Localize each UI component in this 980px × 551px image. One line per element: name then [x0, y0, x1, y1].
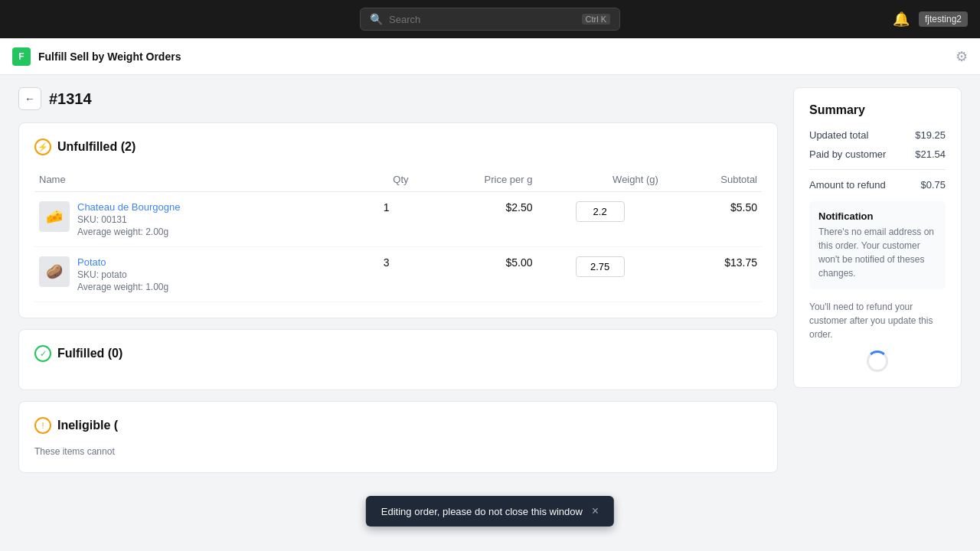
- notification-box: Notification There's no email address on…: [809, 201, 946, 289]
- unfulfilled-table: Name Qty Price per g Weight (g) Subtotal…: [34, 168, 762, 302]
- updated-total-row: Updated total $19.25: [809, 129, 946, 141]
- weight-input-1[interactable]: [576, 256, 625, 277]
- ineligible-header: ! Ineligible (: [34, 417, 762, 434]
- table-row: 🥔 Potato SKU: potato Average weight: 1.0…: [34, 247, 762, 302]
- price-cell-0: $2.50: [413, 192, 537, 247]
- subtotal-cell-1: $13.75: [663, 247, 762, 302]
- price-cell-1: $5.00: [413, 247, 537, 302]
- updated-total-value: $19.25: [915, 129, 946, 141]
- unfulfilled-title: Unfulfilled (2): [57, 140, 136, 154]
- app-icon: F: [12, 47, 31, 66]
- bell-icon[interactable]: 🔔: [893, 11, 910, 28]
- product-info-1: Potato SKU: potato Average weight: 1.00g: [77, 256, 168, 292]
- summary-title: Summary: [809, 103, 946, 117]
- product-cell-0: 🧀 Chateau de Bourgogne SKU: 00131 Averag…: [34, 192, 360, 247]
- search-bar[interactable]: 🔍 Ctrl K: [360, 8, 620, 31]
- unfulfilled-header: ⚡ Unfulfilled (2): [34, 139, 762, 155]
- refund-value: $0.75: [920, 179, 946, 191]
- product-thumb-1: 🥔: [39, 256, 70, 287]
- summary-card: Summary Updated total $19.25 Paid by cus…: [793, 87, 962, 388]
- weight-cell-1: [537, 247, 662, 302]
- product-sku-0: SKU: 00131: [77, 214, 180, 225]
- product-cell-1: 🥔 Potato SKU: potato Average weight: 1.0…: [34, 247, 360, 302]
- subtotal-cell-0: $5.50: [663, 192, 762, 247]
- paid-value: $21.54: [915, 148, 946, 160]
- loading-spinner: [867, 350, 888, 372]
- fulfilled-section: ✓ Fulfilled (0): [18, 329, 778, 390]
- qty-cell-0: 1: [360, 192, 413, 247]
- product-thumb-0: 🧀: [39, 201, 70, 232]
- paid-label: Paid by customer: [809, 148, 886, 160]
- table-row: 🧀 Chateau de Bourgogne SKU: 00131 Averag…: [34, 192, 762, 247]
- refund-note: You'll need to refund your customer afte…: [809, 300, 946, 341]
- col-name: Name: [34, 168, 360, 192]
- fulfilled-header: ✓ Fulfilled (0): [34, 345, 762, 362]
- product-info-0: Chateau de Bourgogne SKU: 00131 Average …: [77, 201, 180, 237]
- unfulfilled-icon: ⚡: [34, 139, 51, 155]
- refund-label: Amount to refund: [809, 179, 886, 191]
- ineligible-note: These items cannot: [34, 446, 762, 457]
- product-sku-1: SKU: potato: [77, 269, 168, 280]
- order-number: #1314: [49, 90, 92, 108]
- weight-cell-0: [537, 192, 662, 247]
- weight-input-0[interactable]: [576, 201, 625, 222]
- qty-cell-1: 3: [360, 247, 413, 302]
- ineligible-icon: !: [34, 417, 51, 434]
- product-avg-1: Average weight: 1.00g: [77, 282, 168, 292]
- col-price: Price per g: [413, 168, 537, 192]
- nav-right: 🔔 fjtesting2: [893, 11, 968, 28]
- search-icon: 🔍: [370, 13, 383, 25]
- user-badge[interactable]: fjtesting2: [919, 11, 968, 27]
- spinner-container: [809, 350, 946, 372]
- updated-total-label: Updated total: [809, 129, 868, 141]
- main-content: ← #1314 ⚡ Unfulfilled (2) Name Qty Price…: [0, 75, 980, 496]
- product-avg-0: Average weight: 2.00g: [77, 227, 180, 237]
- product-name-1[interactable]: Potato: [77, 256, 168, 268]
- search-input[interactable]: [389, 14, 576, 25]
- summary-divider: [809, 169, 946, 170]
- app-title: Fulfill Sell by Weight Orders: [38, 51, 181, 63]
- back-button[interactable]: ←: [18, 87, 41, 110]
- search-shortcut: Ctrl K: [582, 14, 611, 24]
- paid-row: Paid by customer $21.54: [809, 148, 946, 160]
- ineligible-title: Ineligible (: [57, 419, 118, 432]
- fulfilled-title: Fulfilled (0): [57, 347, 122, 360]
- left-column: ← #1314 ⚡ Unfulfilled (2) Name Qty Price…: [18, 87, 778, 484]
- refund-row: Amount to refund $0.75: [809, 179, 946, 191]
- col-subtotal: Subtotal: [663, 168, 762, 192]
- product-name-0[interactable]: Chateau de Bourgogne: [77, 201, 180, 213]
- notification-text: There's no email address on this order. …: [818, 225, 936, 280]
- right-column: Summary Updated total $19.25 Paid by cus…: [793, 87, 962, 484]
- unfulfilled-section: ⚡ Unfulfilled (2) Name Qty Price per g W…: [18, 122, 778, 318]
- ineligible-section: ! Ineligible ( These items cannot: [18, 401, 778, 473]
- settings-icon[interactable]: ⚙: [956, 48, 968, 65]
- notification-title: Notification: [818, 210, 936, 222]
- col-weight: Weight (g): [537, 168, 662, 192]
- app-header: F Fulfill Sell by Weight Orders ⚙: [0, 38, 980, 75]
- col-qty: Qty: [360, 168, 413, 192]
- fulfilled-icon: ✓: [34, 345, 51, 362]
- top-nav: 🔍 Ctrl K 🔔 fjtesting2: [0, 0, 980, 38]
- order-header: ← #1314: [18, 87, 778, 110]
